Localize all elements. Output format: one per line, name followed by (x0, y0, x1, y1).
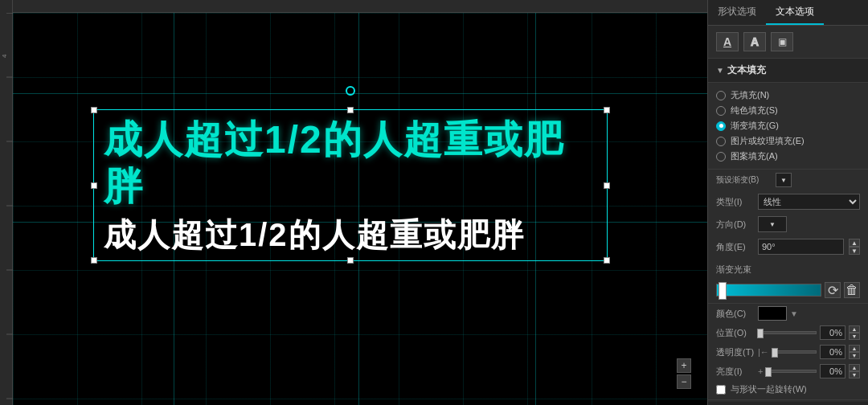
transparency-low-icon: |← (758, 347, 769, 357)
gradient-beam-label: 渐变光束 (716, 264, 751, 274)
radio-picture (716, 137, 726, 146)
preset-label: 预设渐变(B) (716, 174, 772, 186)
gradient-remove-btn[interactable]: 🗑 (844, 282, 860, 298)
handle-top-left[interactable] (91, 107, 97, 113)
position-label: 位置(O) (716, 327, 755, 339)
transparency-value[interactable] (820, 345, 845, 359)
type-row: 类型(I) 线性 射线 矩形 (708, 190, 868, 213)
type-select[interactable]: 线性 射线 矩形 (758, 194, 860, 210)
radio-gradient (716, 121, 726, 131)
position-handle[interactable] (757, 329, 764, 338)
preset-gradient-btn[interactable]: ▼ (776, 173, 792, 187)
position-spinners: ▲ ▼ (849, 325, 860, 340)
right-panel: 形状选项 文本选项 A A ▣ ▼ 文本填充 无填充(N) 纯色填充(S) 渐变… (707, 0, 868, 405)
panel-tabs: 形状选项 文本选项 (708, 0, 868, 26)
text-outline-section-header[interactable]: ▼ 文本轮廓 (708, 402, 868, 405)
brightness-label: 亮度(I) (716, 366, 755, 378)
rotation-handle[interactable] (346, 86, 355, 96)
text-shadow-icon-btn[interactable]: ▣ (771, 32, 793, 51)
gradient-add-btn[interactable]: ⟳ (825, 282, 841, 298)
gradient-section: ⟳ 🗑 (708, 277, 868, 304)
handle-bottom-right[interactable] (604, 257, 610, 264)
color-label: 颜色(C) (716, 308, 755, 320)
zoom-controls: + − (677, 358, 691, 389)
transparency-spinners: ▲ ▼ (849, 345, 860, 359)
text-fill-icon-btn[interactable]: A (716, 32, 739, 51)
fill-solid-label: 纯色填充(S) (731, 104, 778, 117)
zoom-in-button[interactable]: + (677, 358, 691, 373)
fill-picture-label: 图片或纹理填充(E) (731, 135, 805, 147)
transparency-label: 透明度(T) (716, 346, 755, 358)
brightness-track[interactable] (766, 370, 817, 373)
gradient-thumb[interactable] (719, 282, 727, 300)
gradient-beam-label-row: 渐变光束 (708, 258, 868, 277)
direction-picker[interactable]: ▼ (758, 216, 787, 232)
tab-text-options[interactable]: 文本选项 (766, 0, 824, 25)
trans-down[interactable]: ▼ (849, 352, 860, 359)
radio-inner (719, 124, 723, 128)
transparency-handle[interactable] (772, 348, 778, 358)
fill-option-pattern[interactable]: 图案填充(A) (716, 149, 860, 164)
position-row: 位置(O) ▲ ▼ (708, 323, 868, 342)
zoom-out-button[interactable]: − (677, 374, 691, 389)
trans-up[interactable]: ▲ (849, 345, 860, 352)
transparency-track[interactable] (772, 350, 817, 354)
divider (708, 399, 868, 400)
brightness-low-icon: + (758, 366, 763, 376)
with-shape-label: 与形状一起旋转(W) (731, 383, 807, 395)
position-track[interactable] (758, 331, 817, 334)
text-fill-section-header[interactable]: ▼ 文本填充 (708, 59, 868, 83)
gradient-bar-container: ⟳ 🗑 (716, 282, 860, 298)
color-dropdown-btn[interactable]: ▼ (790, 309, 798, 318)
style-icons-bar: A A ▣ (708, 26, 868, 59)
text-stroke-icon-btn[interactable]: A (743, 32, 766, 51)
handle-middle-right[interactable] (604, 182, 610, 189)
angle-up[interactable]: ▲ (849, 239, 860, 247)
color-swatch[interactable] (758, 306, 787, 321)
angle-spinners: ▲ ▼ (849, 239, 860, 255)
type-label: 类型(I) (716, 196, 755, 208)
radio-pattern (716, 152, 726, 162)
pos-up[interactable]: ▲ (849, 325, 860, 333)
gradient-bar[interactable] (716, 284, 821, 297)
fill-gradient-label: 渐变填充(G) (731, 120, 779, 132)
radio-solid (716, 106, 726, 116)
preset-gradient-row: 预设渐变(B) ▼ (708, 170, 868, 190)
pos-down[interactable]: ▼ (849, 333, 860, 340)
canvas-grid: 成人超过1/2的人超重或肥胖 成人超过1/2的人超重或肥胖 + − (13, 13, 707, 405)
fill-option-picture[interactable]: 图片或纹理填充(E) (716, 133, 860, 149)
text-fill-arrow: ▼ (716, 66, 724, 75)
brightness-value[interactable] (820, 364, 845, 378)
handle-top-center[interactable] (347, 107, 354, 113)
text-line-2: 成人超过1/2的人超重或肥胖 (94, 212, 607, 260)
angle-input[interactable] (758, 239, 844, 255)
tab-shape-options[interactable]: 形状选项 (708, 0, 766, 25)
transparency-row: 透明度(T) |← ▲ ▼ (708, 342, 868, 362)
fill-option-solid[interactable]: 纯色填充(S) (716, 103, 860, 118)
position-value[interactable] (820, 325, 845, 340)
handle-top-right[interactable] (604, 107, 610, 113)
handle-bottom-left[interactable] (91, 257, 97, 264)
fill-pattern-label: 图案填充(A) (731, 150, 778, 162)
with-shape-checkbox[interactable] (716, 385, 726, 395)
direction-row: 方向(D) ▼ (708, 213, 868, 235)
fill-option-gradient[interactable]: 渐变填充(G) (716, 118, 860, 133)
ruler-top (0, 0, 707, 13)
with-shape-row: 与形状一起旋转(W) (708, 381, 868, 398)
fill-option-none[interactable]: 无填充(N) (716, 88, 860, 103)
text-selection-box[interactable]: 成人超过1/2的人超重或肥胖 成人超过1/2的人超重或肥胖 (93, 109, 608, 261)
bright-down[interactable]: ▼ (849, 371, 860, 378)
handle-middle-left[interactable] (91, 182, 97, 189)
color-row: 颜色(C) ▼ (708, 304, 868, 323)
handle-bottom-center[interactable] (347, 257, 354, 264)
brightness-handle[interactable] (765, 367, 772, 377)
canvas-area: 6 8 10 12 14 16 18 20 22 24 26 (0, 0, 707, 405)
brightness-spinners: ▲ ▼ (849, 364, 860, 378)
angle-label: 角度(E) (716, 241, 755, 253)
angle-down[interactable]: ▼ (849, 247, 860, 255)
fill-none-label: 无填充(N) (731, 89, 769, 101)
direction-label: 方向(D) (716, 219, 755, 231)
angle-row: 角度(E) ▲ ▼ (708, 235, 868, 258)
brightness-row: 亮度(I) + ▲ ▼ (708, 362, 868, 381)
bright-up[interactable]: ▲ (849, 364, 860, 371)
